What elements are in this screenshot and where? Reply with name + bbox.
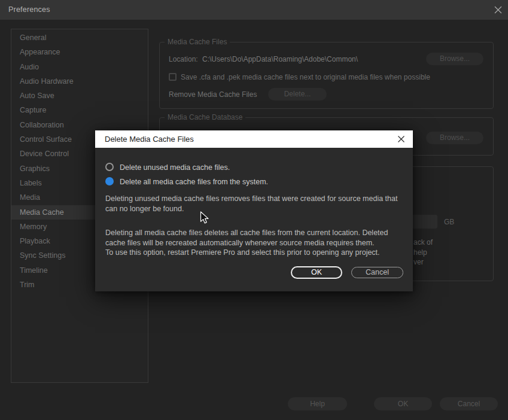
help-button[interactable]: Help bbox=[288, 397, 347, 410]
media-cache-database-legend: Media Cache Database bbox=[165, 113, 245, 121]
save-cfa-pek-checkbox[interactable] bbox=[169, 73, 177, 81]
paragraph-line: To use this option, restart Premiere Pro… bbox=[105, 248, 388, 258]
paragraph-line: Deleting all media cache files deletes a… bbox=[105, 228, 388, 238]
dialog-ok-button[interactable]: OK bbox=[291, 266, 342, 279]
location-path: C:\Users\Do\AppData\Roaming\Adobe\Common… bbox=[202, 55, 358, 63]
preferences-ok-button[interactable]: OK bbox=[374, 397, 432, 410]
location-browse-button[interactable]: Browse... bbox=[426, 53, 483, 65]
mouse-cursor-icon bbox=[200, 211, 209, 224]
location-label: Location: bbox=[169, 55, 198, 63]
radio-delete-unused[interactable] bbox=[105, 163, 114, 171]
sidebar-item-auto-save[interactable]: Auto Save bbox=[11, 89, 148, 103]
sidebar-item-appearance[interactable]: Appearance bbox=[11, 45, 148, 59]
radio-delete-all[interactable] bbox=[105, 177, 114, 185]
gb-label: GB bbox=[444, 218, 454, 226]
dialog-paragraph-all: Deleting all media cache files deletes a… bbox=[105, 228, 388, 258]
sidebar-item-capture[interactable]: Capture bbox=[11, 103, 148, 117]
database-browse-button[interactable]: Browse... bbox=[426, 132, 483, 144]
sidebar-item-audio[interactable]: Audio bbox=[11, 60, 148, 74]
remove-media-cache-label: Remove Media Cache Files bbox=[169, 90, 257, 99]
dialog-cancel-button[interactable]: Cancel bbox=[351, 267, 403, 278]
dialog-close-icon[interactable] bbox=[397, 135, 405, 143]
delete-media-cache-dialog: Delete Media Cache Files Delete unused m… bbox=[95, 130, 413, 291]
hidden-text-fragment: ver bbox=[413, 258, 424, 266]
window-close-icon[interactable] bbox=[494, 6, 502, 14]
radio-delete-unused-label: Delete unused media cache files. bbox=[120, 163, 230, 172]
paragraph-line: cache files will be recreated automatica… bbox=[105, 238, 388, 248]
media-cache-files-legend: Media Cache Files bbox=[165, 38, 230, 46]
sidebar-item-audio-hardware[interactable]: Audio Hardware bbox=[11, 74, 148, 89]
preferences-cancel-button[interactable]: Cancel bbox=[440, 397, 498, 410]
paragraph-line: can no longer be found. bbox=[105, 204, 397, 214]
dialog-titlebar: Delete Media Cache Files bbox=[95, 130, 413, 148]
radio-delete-all-label: Delete all media cache files from the sy… bbox=[120, 178, 268, 186]
dialog-paragraph-unused: Deleting unused media cache files remove… bbox=[105, 194, 397, 214]
delete-button[interactable]: Delete... bbox=[268, 88, 327, 101]
paragraph-line: Deleting unused media cache files remove… bbox=[105, 194, 397, 204]
sidebar-item-general[interactable]: General bbox=[11, 31, 148, 45]
save-cfa-pek-label: Save .cfa and .pek media cache files nex… bbox=[181, 73, 430, 81]
media-cache-files-panel: Media Cache Files Location: C:\Users\Do\… bbox=[159, 42, 494, 109]
window-titlebar: Preferences bbox=[0, 0, 508, 20]
preferences-window: Preferences General Appearance Audio Aud… bbox=[0, 0, 508, 420]
window-title: Preferences bbox=[8, 5, 50, 14]
dialog-title: Delete Media Cache Files bbox=[105, 135, 194, 144]
hidden-text-fragment: ack of bbox=[413, 238, 433, 246]
hidden-text-fragment: help bbox=[413, 248, 427, 257]
